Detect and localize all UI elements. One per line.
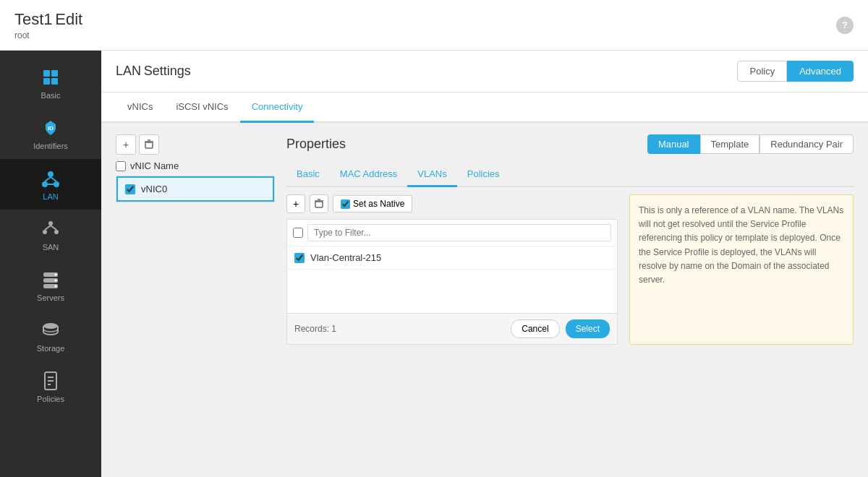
vlan-toolbar: + Set as Native	[286, 194, 618, 213]
sidebar-storage-label: Storage	[37, 344, 65, 353]
sidebar-item-identifiers[interactable]: ID Identifiers	[0, 108, 101, 159]
svg-rect-1	[51, 70, 58, 77]
tab-vnics[interactable]: vNICs	[116, 93, 164, 123]
svg-point-5	[48, 171, 54, 177]
add-vlan-button[interactable]: +	[286, 194, 305, 213]
vlan-records-count: Records: 1	[294, 324, 336, 334]
svg-rect-30	[315, 202, 323, 207]
vnic-row-checkbox[interactable]	[125, 184, 135, 194]
vnic-list: vNIC0	[116, 176, 275, 202]
prop-tab-policies[interactable]: Policies	[457, 163, 510, 187]
vnic-select-all-checkbox[interactable]	[116, 161, 126, 171]
help-icon[interactable]: ?	[836, 17, 854, 34]
sidebar-item-basic[interactable]: Basic	[0, 58, 101, 108]
properties-panel: Properties Manual Template Redundancy Pa…	[286, 134, 854, 345]
vlan-item[interactable]: Vlan-Central-215	[287, 246, 617, 270]
vnic-header: vNIC Name	[116, 160, 275, 171]
sidebar-policies-label: Policies	[37, 395, 64, 403]
servers-icon	[40, 269, 61, 291]
policies-icon	[40, 370, 61, 392]
template-mode-button[interactable]: Template	[700, 134, 760, 154]
vlan-area: + Set as Native	[286, 194, 854, 345]
sidebar-san-label: SAN	[43, 243, 59, 252]
vnic-panel: + vNIC Name vN	[116, 134, 275, 345]
san-icon	[40, 218, 61, 240]
property-tabs: Basic MAC Address VLANs Policies	[286, 163, 854, 187]
add-vnic-button[interactable]: +	[116, 134, 136, 155]
basic-icon	[40, 66, 61, 88]
redundancy-pair-mode-button[interactable]: Redundancy Pair	[760, 134, 854, 154]
sidebar-item-storage[interactable]: Storage	[0, 311, 101, 361]
identifiers-icon: ID	[40, 117, 61, 139]
svg-line-8	[45, 177, 51, 181]
vlan-info-box: This is only a reference of a VLAN name.…	[629, 194, 854, 345]
svg-rect-27	[145, 142, 153, 148]
prop-tab-mac-address[interactable]: MAC Address	[330, 163, 407, 187]
delete-vlan-button[interactable]	[310, 194, 328, 213]
select-button[interactable]: Select	[566, 319, 610, 338]
advanced-button[interactable]: Advanced	[787, 61, 854, 82]
delete-icon	[144, 139, 154, 150]
svg-line-15	[51, 225, 56, 230]
tab-connectivity[interactable]: Connectivity	[240, 93, 315, 123]
sidebar-servers-label: Servers	[37, 293, 64, 302]
vlan-item-checkbox[interactable]	[294, 253, 305, 263]
sidebar-lan-label: LAN	[43, 192, 58, 201]
svg-point-11	[48, 221, 53, 225]
prop-tab-basic[interactable]: Basic	[286, 163, 330, 187]
delete-vlan-icon	[314, 199, 324, 209]
tab-iscsi-vnics[interactable]: iSCSI vNICs	[164, 93, 239, 123]
set-as-native-button[interactable]: Set as Native	[333, 195, 412, 212]
vnic-toolbar: +	[116, 134, 275, 155]
svg-point-21	[55, 285, 57, 288]
properties-header: Properties Manual Template Redundancy Pa…	[286, 134, 854, 154]
delete-vnic-button[interactable]	[139, 134, 159, 155]
svg-line-14	[45, 225, 51, 230]
svg-line-9	[51, 177, 56, 181]
set-native-label: Set as Native	[353, 199, 404, 209]
section-subtitle: Settings	[144, 64, 191, 78]
lan-icon	[40, 168, 61, 189]
main-tabs: vNICs iSCSI vNICs Connectivity	[101, 93, 868, 123]
app-edit-label: Edit	[55, 10, 82, 28]
vlan-filter-select-all[interactable]	[293, 228, 303, 238]
content-header: LAN Settings Policy Advanced	[101, 51, 868, 93]
svg-rect-3	[51, 78, 58, 85]
vlan-info-text: This is only a reference of a VLAN name.…	[639, 205, 843, 285]
svg-point-22	[43, 323, 58, 329]
sidebar: Basic ID Identifiers	[0, 51, 101, 477]
svg-point-20	[55, 280, 57, 282]
vlan-left-panel: + Set as Native	[286, 194, 618, 345]
manual-mode-button[interactable]: Manual	[647, 134, 700, 154]
vnic-row[interactable]: vNIC0	[116, 176, 274, 202]
sidebar-item-policies[interactable]: Policies	[0, 361, 101, 412]
vlan-footer: Records: 1 Cancel Select	[287, 313, 617, 344]
vnic-row-name: vNIC0	[141, 184, 167, 194]
vlan-footer-buttons: Cancel Select	[511, 319, 610, 338]
vlan-item-name: Vlan-Central-215	[310, 252, 381, 263]
svg-rect-0	[43, 70, 50, 77]
header-button-group: Policy Advanced	[737, 61, 854, 82]
sidebar-item-servers[interactable]: Servers	[0, 260, 101, 311]
properties-mode-buttons: Manual Template Redundancy Pair	[647, 134, 854, 154]
set-native-checkbox[interactable]	[341, 199, 350, 209]
policy-button[interactable]: Policy	[737, 61, 787, 82]
vlan-dropdown: Vlan-Central-215 Records: 1 Cancel Selec…	[286, 219, 618, 345]
sidebar-basic-label: Basic	[41, 91, 61, 100]
svg-text:ID: ID	[48, 125, 54, 132]
svg-point-19	[55, 274, 57, 276]
content-area: + vNIC Name vN	[101, 123, 868, 356]
vlan-filter-input[interactable]	[307, 224, 611, 241]
svg-rect-2	[43, 78, 50, 85]
app-title: Test1	[14, 10, 53, 28]
cancel-button[interactable]: Cancel	[511, 319, 559, 338]
svg-point-12	[43, 230, 47, 234]
vlan-filter-row	[287, 220, 617, 246]
main-content: LAN Settings Policy Advanced vNICs iSCSI…	[101, 51, 868, 477]
sidebar-item-san[interactable]: SAN	[0, 210, 101, 260]
top-bar: Test1 Edit root ?	[0, 0, 868, 51]
prop-tab-vlans[interactable]: VLANs	[407, 163, 456, 187]
sidebar-item-lan[interactable]: LAN	[0, 159, 101, 210]
properties-title: Properties	[286, 137, 346, 152]
svg-point-13	[54, 230, 59, 234]
